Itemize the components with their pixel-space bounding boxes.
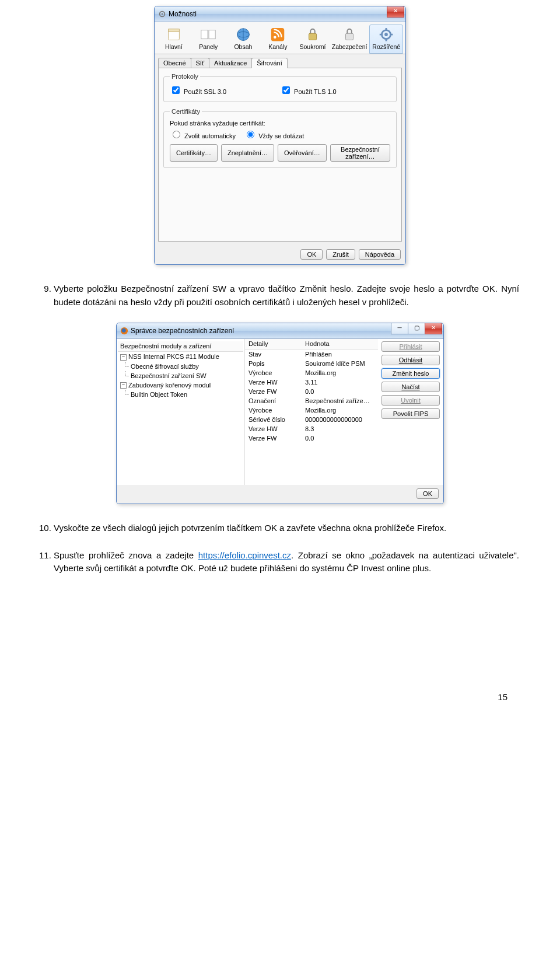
detail-key: Verze FW <box>245 434 302 443</box>
close-icon[interactable]: ✕ <box>387 6 404 18</box>
rss-icon <box>269 27 286 42</box>
doc-step-11-text-a: Spusťte prohlížeč znova a zadejte <box>54 550 198 560</box>
minimize-icon[interactable]: ─ <box>391 323 408 334</box>
fips-button[interactable]: Povolit FIPS <box>382 408 440 419</box>
detail-row: StavPřihlášen <box>245 350 378 359</box>
category-toolbar: Hlavní Panely Obsah Kanály Soukromí Zabe… <box>155 22 405 54</box>
collapse-icon[interactable]: − <box>120 382 127 389</box>
panels-icon <box>200 27 217 42</box>
detail-key: Označení <box>245 396 302 406</box>
security-devices-button[interactable]: Bezpečnostní zařízení… <box>330 144 390 162</box>
ssl-checkbox-label: Použít SSL 3.0 <box>184 88 226 95</box>
load-button[interactable]: Načíst <box>382 382 440 392</box>
detail-key: Verze HW <box>245 378 302 387</box>
detail-row: Verze FW0.0 <box>245 434 378 443</box>
detail-row: OznačeníBezpečnostní zaříze… <box>245 396 378 406</box>
change-password-button[interactable]: Změnit heslo <box>382 368 440 379</box>
detail-key: Výrobce <box>245 368 302 378</box>
lock-icon <box>304 27 321 42</box>
tree-item-builtin-token[interactable]: Builtin Object Token <box>118 390 243 399</box>
tree-module-nss-label: NSS Internal PKCS #11 Module <box>128 353 219 360</box>
maximize-icon[interactable]: ▢ <box>408 323 425 334</box>
titlebar[interactable]: Správce bezpečnostních zařízení ─ ▢ ✕ <box>117 323 443 339</box>
radio-always-input[interactable] <box>247 131 254 138</box>
tree-module-builtin[interactable]: −Zabudovaný kořenový modul <box>118 380 243 390</box>
device-manager-body: Bezpečnostní moduly a zařízení −NSS Inte… <box>117 339 443 485</box>
collapse-icon[interactable]: − <box>120 354 127 361</box>
tab-content[interactable]: Obsah <box>226 25 260 54</box>
cancel-button[interactable]: Zrušit <box>326 249 355 260</box>
revocation-button[interactable]: Zneplatnění… <box>221 144 274 162</box>
tls-checkbox-label: Použít TLS 1.0 <box>294 88 337 95</box>
doc-step-11: Spusťte prohlížeč znova a zadejte https:… <box>54 549 519 575</box>
detail-value: Přihlášen <box>302 350 378 359</box>
radio-auto[interactable]: Zvolit automaticky <box>170 129 236 139</box>
tab-feeds[interactable]: Kanály <box>261 25 295 54</box>
help-button[interactable]: Nápověda <box>359 249 401 260</box>
protocols-legend: Protokoly <box>170 73 200 80</box>
tab-general[interactable]: Obecné <box>158 58 191 68</box>
tab-network[interactable]: Síť <box>191 58 210 68</box>
validation-button[interactable]: Ověřování… <box>278 144 327 162</box>
module-tree: Bezpečnostní moduly a zařízení −NSS Inte… <box>117 339 245 485</box>
tls-checkbox[interactable]: Použít TLS 1.0 <box>280 85 390 96</box>
detail-row: Verze FW0.0 <box>245 387 378 396</box>
cert-prompt-label: Pokud stránka vyžaduje certifikát: <box>170 120 390 127</box>
close-icon[interactable]: ✕ <box>425 323 442 334</box>
ok-button[interactable]: OK <box>416 488 439 499</box>
tab-main[interactable]: Hlavní <box>157 25 191 54</box>
tls-checkbox-input[interactable] <box>282 86 290 94</box>
load-button-label: Načíst <box>401 383 419 390</box>
certificates-legend: Certifikáty <box>170 108 202 115</box>
tab-update[interactable]: Aktualizace <box>209 58 252 68</box>
detail-row: VýrobceMozilla.org <box>245 406 378 415</box>
detail-value: Mozilla.org <box>302 406 378 415</box>
titlebar[interactable]: Možnosti ✕ <box>155 6 405 22</box>
svg-rect-5 <box>209 30 215 39</box>
page-number: 15 <box>23 692 508 702</box>
login-button[interactable]: Přihlásit <box>382 341 440 352</box>
tab-encryption[interactable]: Šifrování <box>251 58 287 68</box>
tab-feeds-label: Kanály <box>268 43 287 50</box>
fips-button-label: Povolit FIPS <box>393 410 429 417</box>
detail-key: Verze HW <box>245 424 302 434</box>
side-button-column: Přihlásit Odhlásit Změnit heslo Načíst U… <box>378 339 443 485</box>
detail-key: Výrobce <box>245 406 302 415</box>
ok-button[interactable]: OK <box>300 249 323 260</box>
svg-rect-4 <box>201 30 208 39</box>
tab-advanced-label: Rozšířené <box>372 43 400 50</box>
tab-security[interactable]: Zabezpečení <box>331 25 369 54</box>
detail-row: Verze HW8.3 <box>245 424 378 434</box>
doc-step-9: Vyberte položku Bezpečnostní zařízení SW… <box>54 282 519 309</box>
detail-value: 0.0 <box>302 434 378 443</box>
release-button-label: Uvolnit <box>401 397 421 404</box>
options-window: Možnosti ✕ Hlavní Panely Obsah Kanály <box>154 6 406 265</box>
tab-content-area: Protokoly Použít SSL 3.0 Použít TLS 1.0 … <box>158 68 402 242</box>
radio-auto-input[interactable] <box>173 131 180 138</box>
ssl-checkbox[interactable]: Použít SSL 3.0 <box>170 85 280 96</box>
detail-row: VýrobceMozilla.org <box>245 368 378 378</box>
login-button-label: Přihlásit <box>399 343 422 350</box>
svg-point-1 <box>162 13 163 15</box>
doc-step-10: Vyskočte ze všech dialogů jejich potvrze… <box>54 522 519 535</box>
radio-auto-label: Zvolit automaticky <box>184 132 236 139</box>
svg-point-9 <box>274 36 276 39</box>
tab-advanced[interactable]: Rozšířené <box>369 25 403 54</box>
tab-panels[interactable]: Panely <box>192 25 226 54</box>
radio-always[interactable]: Vždy se dotázat <box>244 129 304 139</box>
efolio-link[interactable]: https://efolio.cpinvest.cz <box>198 550 291 560</box>
tree-item-sw-security-device[interactable]: Bezpečnostní zařízení SW <box>118 371 243 380</box>
details-header-col2: Hodnota <box>302 339 378 349</box>
release-button[interactable]: Uvolnit <box>382 395 440 406</box>
ssl-checkbox-input[interactable] <box>172 86 180 94</box>
gear-icon <box>158 10 166 18</box>
certificates-group: Certifikáty Pokud stránka vyžaduje certi… <box>163 108 397 168</box>
tree-item-generic-crypto[interactable]: Obecné šifrovací služby <box>118 362 243 371</box>
details-header: Detaily Hodnota <box>245 339 378 350</box>
logout-button[interactable]: Odhlásit <box>382 355 440 365</box>
detail-value: 8.3 <box>302 424 378 434</box>
certificates-button[interactable]: Certifikáty… <box>170 144 218 162</box>
tab-content-label: Obsah <box>234 43 252 50</box>
tree-module-nss[interactable]: −NSS Internal PKCS #11 Module <box>118 352 243 362</box>
tab-privacy[interactable]: Soukromí <box>296 25 330 54</box>
